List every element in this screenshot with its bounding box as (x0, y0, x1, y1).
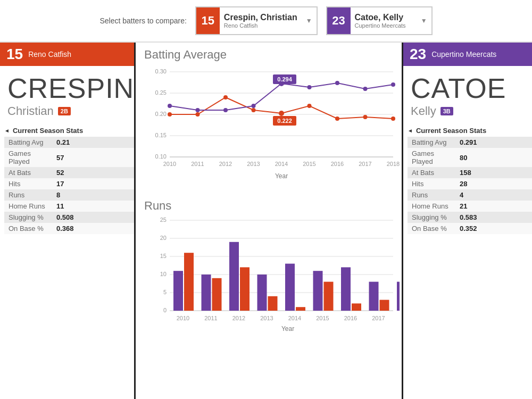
slugging-label: Slugging % (4, 212, 52, 223)
at-bats-label: At Bats (4, 167, 52, 178)
player2-header: 23 Cupertino Meercats (403, 43, 532, 66)
svg-point-11 (168, 112, 172, 117)
player1-panel-number: 15 (6, 46, 23, 63)
player2-stats-table: Batting Avg 0.291 Games Played 80 At Bat… (408, 137, 532, 234)
header: Select batters to compare: 15 Crespin, C… (0, 0, 532, 43)
player2-position: 3B (440, 107, 453, 115)
bar (352, 303, 361, 311)
player1-on-base: 0.368 (52, 223, 134, 234)
player2-runs: 4 (455, 189, 532, 201)
player2-panel: 23 Cupertino Meercats CATOE Kelly 3B ◄ C… (402, 43, 532, 399)
svg-point-22 (223, 108, 228, 112)
player1-last-name: CRESPIN (0, 66, 134, 102)
player2-first-row: Kelly 3B (403, 102, 532, 124)
player2-hits: 28 (455, 178, 532, 189)
batting-avg-chart: 0.10 0.15 0.20 0.25 0.30 (144, 64, 393, 194)
svg-point-26 (335, 81, 339, 85)
svg-point-28 (391, 82, 395, 87)
svg-text:15: 15 (160, 253, 167, 259)
player1-position: 2B (58, 107, 71, 115)
hits-label: Hits (4, 178, 52, 189)
games-played-label: Games Played (4, 148, 52, 167)
player2-stats-header: ◄ Current Season Stats (408, 124, 532, 137)
svg-point-12 (196, 112, 200, 117)
player1-stats-section: ◄ Current Season Stats Batting Avg 0.21 … (0, 124, 134, 234)
player2-on-base: 0.352 (455, 223, 532, 234)
batter1-number: 15 (196, 7, 220, 34)
charts-panel: Batting Average 0.10 0.15 0.20 0.25 0.30 (136, 43, 402, 399)
svg-text:2016: 2016 (344, 315, 357, 321)
on-base-label2: On Base % (408, 223, 455, 234)
bar (313, 271, 323, 311)
player2-stats-label: Current Season Stats (416, 127, 486, 135)
player1-first-name: Christian (7, 104, 54, 118)
player1-games-played: 57 (52, 148, 134, 167)
svg-text:20: 20 (160, 235, 167, 241)
batter1-selector[interactable]: 15 Crespin, Christian Reno Catfish ▼ (195, 6, 318, 35)
svg-point-20 (168, 104, 172, 108)
table-row: Home Runs 11 (4, 201, 134, 212)
svg-text:2013: 2013 (260, 315, 273, 321)
player1-stats-table: Batting Avg 0.21 Games Played 57 At Bats… (4, 137, 134, 234)
bar (285, 264, 295, 311)
svg-text:0.20: 0.20 (155, 111, 167, 117)
batter1-name: Crespin, Christian (224, 13, 297, 22)
table-row: On Base % 0.368 (4, 223, 134, 234)
svg-text:2015: 2015 (303, 161, 315, 167)
table-row: At Bats 52 (4, 167, 134, 178)
batter2-chevron-icon: ▼ (417, 17, 431, 24)
svg-point-15 (279, 111, 284, 116)
svg-point-19 (391, 117, 395, 121)
player1-batting-avg: 0.21 (52, 137, 134, 148)
svg-point-21 (196, 108, 200, 112)
table-row: At Bats 158 (408, 167, 532, 178)
player2-stats-section: ◄ Current Season Stats Batting Avg 0.291… (403, 124, 532, 234)
svg-text:2012: 2012 (232, 315, 245, 321)
bar (369, 282, 379, 311)
bar (257, 275, 267, 311)
table-row: Games Played 80 (408, 148, 532, 167)
svg-text:5: 5 (163, 289, 167, 295)
bar (229, 242, 239, 311)
runs-label: Runs (4, 189, 52, 201)
svg-text:2014: 2014 (288, 315, 301, 321)
svg-text:0.30: 0.30 (155, 68, 167, 74)
svg-text:0.222: 0.222 (277, 118, 292, 124)
svg-text:0.25: 0.25 (155, 89, 167, 96)
svg-text:25: 25 (160, 217, 167, 223)
svg-text:0.10: 0.10 (155, 153, 167, 160)
svg-text:2013: 2013 (247, 161, 260, 167)
table-row: On Base % 0.352 (408, 223, 532, 234)
svg-point-17 (335, 117, 339, 121)
player2-home-runs: 21 (455, 201, 532, 212)
svg-point-27 (363, 87, 368, 91)
svg-text:2016: 2016 (331, 161, 344, 167)
bar (296, 307, 305, 311)
svg-point-18 (363, 115, 368, 119)
batter1-chevron-icon: ▼ (302, 17, 317, 24)
player1-hits: 17 (52, 178, 134, 189)
bar (341, 267, 351, 311)
batter2-number: 23 (327, 7, 351, 34)
runs-chart-title: Runs (144, 199, 393, 213)
games-played-label2: Games Played (408, 148, 455, 167)
svg-text:0.294: 0.294 (277, 76, 292, 82)
batter2-selector[interactable]: 23 Catoe, Kelly Cupertino Meercats ▼ (326, 6, 433, 35)
svg-text:2017: 2017 (359, 161, 371, 167)
batting-avg-label: Batting Avg (4, 137, 52, 148)
bar (380, 300, 389, 311)
player2-batting-avg: 0.291 (455, 137, 532, 148)
bar (202, 275, 211, 311)
table-row: Slugging % 0.508 (4, 212, 134, 223)
batter2-name: Catoe, Kelly (355, 13, 412, 22)
slugging-label2: Slugging % (408, 212, 455, 223)
triangle-icon2: ◄ (408, 128, 413, 134)
home-runs-label2: Home Runs (408, 201, 455, 212)
player1-first-row: Christian 2B (0, 102, 134, 124)
svg-text:2012: 2012 (219, 161, 232, 167)
player1-panel-team: Reno Catfish (28, 50, 71, 59)
player2-panel-number: 23 (410, 46, 426, 63)
svg-text:2014: 2014 (275, 161, 288, 167)
svg-text:0: 0 (163, 307, 167, 313)
bar (173, 271, 183, 311)
